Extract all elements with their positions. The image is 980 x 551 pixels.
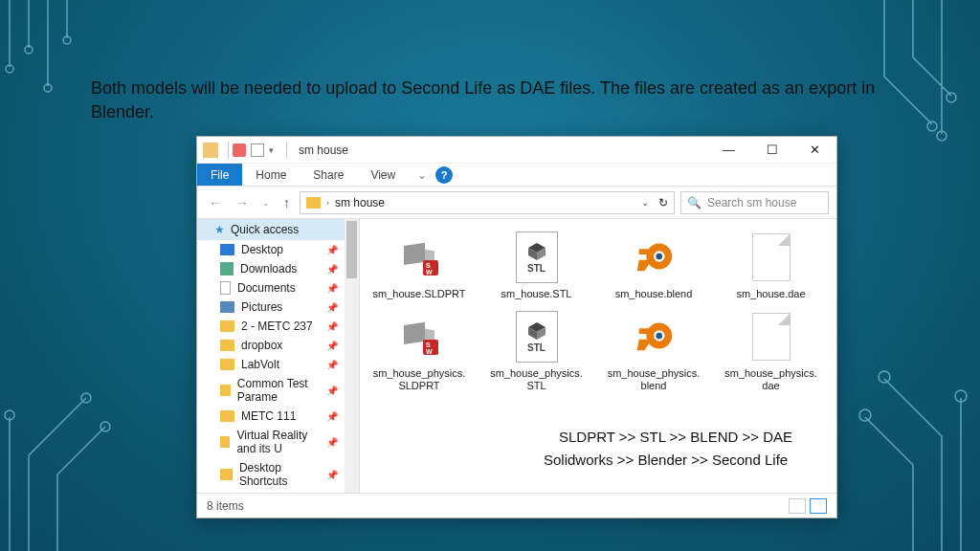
sidebar-item-label: Common Test Parame <box>237 377 320 404</box>
nav-up-button[interactable]: ↑ <box>279 193 294 212</box>
search-input[interactable]: 🔍 Search sm house <box>680 191 829 214</box>
sidebar-item-downloads[interactable]: Downloads 📌 <box>197 259 359 278</box>
pin-icon: 📌 <box>326 437 338 448</box>
close-button[interactable]: ✕ <box>793 137 836 164</box>
sidebar-item-label: Downloads <box>240 262 297 276</box>
svg-point-5 <box>947 93 956 102</box>
sidebar-quick-access[interactable]: ★ Quick access <box>197 219 359 240</box>
svg-point-6 <box>937 131 947 141</box>
sidebar-scrollbar[interactable] <box>345 219 359 495</box>
view-icons-button[interactable] <box>810 498 827 514</box>
file-item[interactable]: SW sm_house.SLDPRT <box>366 231 473 300</box>
file-name: sm_house.blend <box>615 288 693 300</box>
pin-icon: 📌 <box>326 264 338 275</box>
qat-properties-icon[interactable] <box>233 143 246 157</box>
item-count: 8 items <box>207 499 244 513</box>
folder-icon <box>220 436 230 448</box>
sidebar-item-metc-111[interactable]: METC 111 📌 <box>197 407 359 426</box>
pin-icon: 📌 <box>326 302 338 313</box>
sidebar-item-label: LabVolt <box>241 358 279 371</box>
chevron-right-icon: › <box>326 198 329 208</box>
sidebar-item-label: dropbox <box>241 339 282 352</box>
sidebar-item-label: Virtual Reality and its U <box>236 429 320 455</box>
file-name: sm_house.STL <box>501 288 572 300</box>
nav-forward-button[interactable]: → <box>232 193 253 212</box>
sidebar-item-dropbox[interactable]: dropbox 📌 <box>197 336 359 355</box>
pin-icon: 📌 <box>326 470 338 480</box>
file-name: sm_house_physics.STL <box>489 367 585 392</box>
pin-icon: 📌 <box>326 386 338 396</box>
view-details-button[interactable] <box>789 498 806 514</box>
folder-icon <box>203 143 218 158</box>
qat-dropdown-icon[interactable]: ▾ <box>269 143 282 157</box>
folder-icon <box>220 340 234 351</box>
refresh-button[interactable]: ↻ <box>658 196 668 209</box>
svg-point-2 <box>44 84 52 92</box>
nav-recent-dropdown[interactable]: ⌄ <box>258 196 274 209</box>
svg-point-3 <box>63 36 71 44</box>
file-item[interactable]: SW sm_house_physics.SLDPRT <box>366 310 473 392</box>
sidebar-item-desktop[interactable]: Desktop 📌 <box>197 240 359 259</box>
sidebar-item-documents[interactable]: Documents 📌 <box>197 278 359 298</box>
tab-share[interactable]: Share <box>300 164 357 186</box>
pin-icon: 📌 <box>326 283 338 294</box>
breadcrumb-folder[interactable]: sm house <box>335 196 385 209</box>
quick-access-toolbar[interactable]: ▾ <box>233 143 282 157</box>
address-bar: ← → ⌄ ↑ › sm house ⌄ ↻ 🔍 Search sm house <box>197 187 836 219</box>
tab-view[interactable]: View <box>357 164 409 186</box>
window-title: sm house <box>299 143 707 157</box>
sidebar-item-2-metc-237[interactable]: 2 - METC 237 📌 <box>197 317 359 336</box>
breadcrumb[interactable]: › sm house ⌄ ↻ <box>300 191 675 214</box>
sidebar: ★ Quick access Desktop 📌 Downloads 📌 Doc… <box>197 219 360 495</box>
minimize-button[interactable]: — <box>707 137 750 164</box>
svg-text:W: W <box>426 348 433 355</box>
maximize-button[interactable]: ☐ <box>750 137 793 164</box>
nav-back-button[interactable]: ← <box>205 193 226 212</box>
qat-new-folder-icon[interactable] <box>251 143 264 157</box>
blend-icon <box>627 310 680 364</box>
file-name: sm_house_physics.blend <box>606 367 702 392</box>
workflow-extensions: SLDPRT >> STL >> BLEND >> DAE <box>559 429 792 445</box>
sidebar-item-common-test-parame[interactable]: Common Test Parame 📌 <box>197 374 359 407</box>
quick-access-label: Quick access <box>231 223 299 236</box>
tab-home[interactable]: Home <box>242 164 300 186</box>
sidebar-item-desktop-shortcuts[interactable]: Desktop Shortcuts 📌 <box>197 458 359 491</box>
ribbon-tabs: File Home Share View ⌄ ? <box>197 164 836 187</box>
titlebar[interactable]: ▾ sm house — ☐ ✕ <box>197 137 836 164</box>
file-item[interactable]: sm_house.dae <box>718 231 825 300</box>
file-item[interactable]: sm_house_physics.blend <box>600 310 707 392</box>
scrollbar-thumb[interactable] <box>346 221 357 278</box>
file-item[interactable]: STL sm_house_physics.STL <box>483 310 590 392</box>
folder-icon <box>220 359 234 370</box>
dae-icon <box>745 231 798 284</box>
folder-icon <box>220 320 234 332</box>
blend-icon <box>627 231 680 284</box>
file-item[interactable]: STL sm_house.STL <box>483 231 590 300</box>
svg-text:S: S <box>426 342 431 348</box>
sldprt-icon: SW <box>392 310 446 364</box>
status-bar: 8 items <box>197 493 836 518</box>
sidebar-item-label: Pictures <box>241 300 282 314</box>
folder-icon <box>220 469 233 480</box>
file-item[interactable]: sm_house.blend <box>600 231 707 300</box>
pin-icon: 📌 <box>326 411 338 422</box>
pin-icon: 📌 <box>326 321 338 332</box>
file-item[interactable]: sm_house_physics.dae <box>718 310 825 392</box>
desktop-icon <box>220 244 234 255</box>
svg-point-11 <box>859 409 871 421</box>
sidebar-item-label: Desktop Shortcuts <box>239 461 320 488</box>
path-dropdown-icon[interactable]: ⌄ <box>641 197 649 208</box>
dae-icon <box>745 310 798 364</box>
file-pane[interactable]: SW sm_house.SLDPRTSTL sm_house.STL sm_ho… <box>360 219 836 495</box>
search-placeholder: Search sm house <box>707 196 796 209</box>
help-button[interactable]: ? <box>435 166 453 184</box>
ribbon-expand-icon[interactable]: ⌄ <box>409 164 435 186</box>
workflow-apps: Solidworks >> Blender >> Second Life <box>544 452 788 468</box>
pic-icon <box>220 301 234 313</box>
sidebar-item-pictures[interactable]: Pictures 📌 <box>197 298 359 317</box>
sidebar-item-labvolt[interactable]: LabVolt 📌 <box>197 355 359 374</box>
folder-icon <box>220 410 234 422</box>
sldprt-icon: SW <box>392 231 446 284</box>
tab-file[interactable]: File <box>197 164 242 186</box>
sidebar-item-virtual-reality-and-its-u[interactable]: Virtual Reality and its U 📌 <box>197 426 359 458</box>
